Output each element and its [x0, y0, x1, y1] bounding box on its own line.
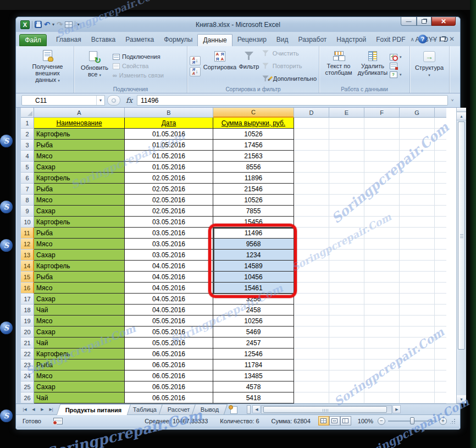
cell-F22[interactable]: [364, 349, 400, 359]
cell-D23[interactable]: [294, 359, 329, 370]
cell-B14[interactable]: 04.05.2016: [125, 261, 213, 272]
cell-A4[interactable]: Мясо: [34, 151, 125, 162]
cell-partial-10[interactable]: [435, 217, 446, 228]
tab-Разработ[interactable]: Разработ: [294, 34, 332, 46]
cell-E23[interactable]: [329, 359, 364, 370]
row-header-25[interactable]: 25: [21, 381, 34, 392]
sort-button[interactable]: АЯЯА Сортировка: [202, 49, 237, 72]
cell-A19[interactable]: Мясо: [34, 316, 125, 327]
cell-D20[interactable]: [294, 327, 329, 338]
cell-F23[interactable]: [364, 359, 400, 370]
cell-F11[interactable]: [364, 228, 400, 239]
cell-partial-8[interactable]: [435, 195, 446, 206]
cell-partial-7[interactable]: [435, 184, 446, 195]
cell-partial-26[interactable]: [435, 392, 446, 403]
cell-D15[interactable]: [294, 272, 329, 283]
cell-C7[interactable]: 21546: [213, 184, 294, 195]
zoom-out-icon[interactable]: −: [378, 417, 385, 425]
cell-A9[interactable]: Сахар: [34, 206, 125, 217]
cell-G25[interactable]: [400, 381, 435, 392]
cell-D9[interactable]: [294, 206, 329, 217]
refresh-all-button[interactable]: Обновить все ▾: [76, 49, 113, 80]
row-header-6[interactable]: 6: [21, 173, 34, 184]
cell-D17[interactable]: [294, 294, 329, 305]
cell-partial-9[interactable]: [435, 206, 446, 217]
row-header-13[interactable]: 13: [21, 250, 34, 261]
cell-F3[interactable]: [364, 140, 400, 151]
cell-partial-16[interactable]: [435, 283, 446, 294]
cell-D4[interactable]: [294, 151, 329, 162]
insert-function-icon[interactable]: fx: [123, 96, 136, 104]
tab-Главная[interactable]: Главная: [51, 34, 86, 46]
cell-G10[interactable]: [400, 217, 435, 228]
column-header-D[interactable]: D: [294, 108, 329, 118]
cell-A14[interactable]: Картофель: [34, 261, 125, 272]
cell-F9[interactable]: [364, 206, 400, 217]
cell-partial-3[interactable]: [435, 140, 446, 151]
page-break-view-button[interactable]: [340, 416, 351, 425]
cell-A1[interactable]: Наименование: [34, 118, 125, 129]
cell-G9[interactable]: [400, 206, 435, 217]
cell-F17[interactable]: [364, 294, 400, 305]
cell-E12[interactable]: [329, 239, 364, 250]
tab-Вставка[interactable]: Вставка: [86, 34, 121, 46]
cell-E13[interactable]: [329, 250, 364, 261]
cell-partial-25[interactable]: [435, 381, 446, 392]
tab-split-handle[interactable]: [247, 405, 251, 414]
macro-record-icon[interactable]: [53, 418, 63, 424]
cell-D12[interactable]: [294, 239, 329, 250]
cell-G12[interactable]: [400, 239, 435, 250]
cell-F2[interactable]: [364, 129, 400, 140]
cell-D16[interactable]: [294, 283, 329, 294]
scroll-down-icon[interactable]: ▼: [457, 395, 466, 403]
cell-A17[interactable]: Сахар: [34, 294, 125, 305]
cell-B4[interactable]: 01.05.2016: [125, 151, 213, 162]
cell-A15[interactable]: Рыба: [34, 272, 125, 283]
cell-F1[interactable]: [364, 118, 400, 129]
cell-B16[interactable]: 04.05.2016: [125, 283, 213, 294]
cell-A7[interactable]: Рыба: [34, 184, 125, 195]
cell-G18[interactable]: [400, 305, 435, 316]
row-header-11[interactable]: 11: [21, 228, 34, 239]
cell-F4[interactable]: [364, 151, 400, 162]
tab-Формулы[interactable]: Формулы: [159, 34, 197, 46]
cell-C18[interactable]: 2458: [213, 305, 294, 316]
cell-D19[interactable]: [294, 316, 329, 327]
cell-B19[interactable]: 05.05.2016: [125, 316, 213, 327]
cell-D22[interactable]: [294, 349, 329, 359]
tab-Foxit PDF[interactable]: Foxit PDF: [371, 34, 410, 46]
cell-E21[interactable]: [329, 338, 364, 349]
cell-B17[interactable]: 04.05.2016: [125, 294, 213, 305]
cell-partial-17[interactable]: [435, 294, 446, 305]
cell-E10[interactable]: [329, 217, 364, 228]
cell-G6[interactable]: [400, 173, 435, 184]
close-button[interactable]: ✕: [431, 17, 456, 26]
name-box-dropdown-icon[interactable]: ▼: [96, 96, 104, 105]
cell-E9[interactable]: [329, 206, 364, 217]
cell-F26[interactable]: [364, 392, 400, 403]
cell-D6[interactable]: [294, 173, 329, 184]
scroll-left-icon[interactable]: ◀: [252, 405, 261, 413]
cell-E18[interactable]: [329, 305, 364, 316]
cell-C9[interactable]: 7855: [213, 206, 294, 217]
cell-F19[interactable]: [364, 316, 400, 327]
cell-A18[interactable]: Чай: [34, 305, 125, 316]
tab-file[interactable]: Файл: [19, 34, 47, 46]
cell-C4[interactable]: 21563: [213, 151, 294, 162]
cell-B10[interactable]: 03.05.2016: [125, 217, 213, 228]
cell-F14[interactable]: [364, 261, 400, 272]
cell-A25[interactable]: Сахар: [34, 381, 125, 392]
cell-E22[interactable]: [329, 349, 364, 359]
row-header-21[interactable]: 21: [21, 338, 34, 349]
row-header-1[interactable]: 1: [21, 118, 34, 129]
cell-C25[interactable]: 4578: [213, 381, 294, 392]
connections-button[interactable]: Подключения: [113, 53, 164, 60]
sort-za-button[interactable]: ЯА↓: [190, 67, 201, 76]
cell-G22[interactable]: [400, 349, 435, 359]
help-icon[interactable]: ?: [418, 35, 427, 43]
cell-partial-19[interactable]: [435, 316, 446, 327]
prev-sheet-icon[interactable]: ◀: [30, 406, 37, 413]
cell-F15[interactable]: [364, 272, 400, 283]
cell-E20[interactable]: [329, 327, 364, 338]
cell-A26[interactable]: Чай: [34, 392, 125, 403]
